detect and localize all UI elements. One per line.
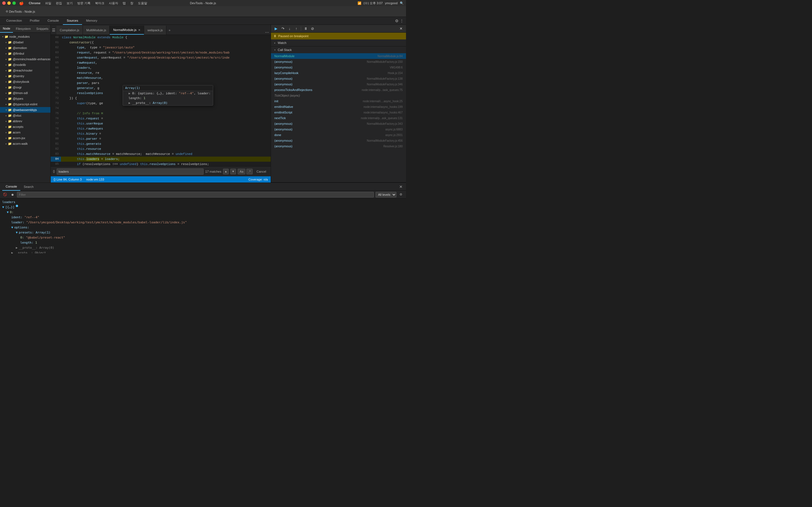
stack-frame-emitinitscript[interactable]: emitInitScript node:internal/async_hooks… bbox=[271, 110, 406, 115]
stack-frame-nexttick[interactable]: nextTick node:internal/p...ask_queues:13… bbox=[271, 115, 406, 121]
expand-arrow[interactable]: ▼ bbox=[2, 205, 4, 210]
menu-bookmarks[interactable]: 북마크 bbox=[93, 1, 106, 5]
search-input[interactable] bbox=[57, 168, 204, 175]
tree-svgr[interactable]: 📁 @svgr bbox=[0, 84, 50, 90]
code-editor[interactable]: 60 class NormalModule extends Module { 6… bbox=[51, 35, 271, 166]
stack-frame-processticks[interactable]: processTicksAndRejections node:internal/… bbox=[271, 87, 406, 93]
tab-compilation-js[interactable]: Compilation.js bbox=[56, 25, 83, 35]
console-filter-input[interactable] bbox=[17, 192, 374, 198]
sidebar-tab-node[interactable]: Node bbox=[0, 25, 13, 33]
tree-sentry[interactable]: 📁 @sentry bbox=[0, 73, 50, 79]
stack-frame-lazycompilehook[interactable]: lazyCompileHook Hook.js:154 bbox=[271, 70, 406, 76]
debug-step-over-btn[interactable]: ↷ bbox=[280, 26, 286, 32]
debug-pause-exceptions-btn[interactable]: ⊘ bbox=[310, 26, 315, 32]
tree-acorn-walk[interactable]: 📁 acorn-walk bbox=[0, 141, 50, 147]
devtools-settings-icon[interactable]: ⚙ bbox=[395, 18, 399, 23]
search-prev-btn[interactable]: ▲ bbox=[223, 169, 229, 174]
tab-webpack-js[interactable]: webpack.js bbox=[144, 25, 166, 35]
search-cancel-btn[interactable]: Cancel bbox=[254, 169, 268, 174]
sidebar-tab-filesystem[interactable]: Filesystem bbox=[13, 25, 34, 33]
menu-help[interactable]: 도움말 bbox=[136, 1, 149, 5]
tab-profiler[interactable]: Profiler bbox=[26, 17, 44, 25]
debug-step-into-btn[interactable]: ↓ bbox=[287, 26, 292, 32]
tree-types[interactable]: 📁 @types bbox=[0, 96, 50, 101]
stack-frame-anonymous-3[interactable]: (anonymous) NormalModuleFactory.js:138 bbox=[271, 76, 406, 81]
tree-acorn-jsx[interactable]: 📁 acorn-jsx bbox=[0, 135, 50, 141]
tree-typescript-eslint[interactable]: 📁 @typescript-eslint bbox=[0, 101, 50, 107]
stack-frame-init[interactable]: init node:internal/i....async_hook:25 bbox=[271, 98, 406, 104]
devtools-more-icon[interactable]: ⋮ bbox=[400, 18, 404, 23]
stack-frame-emitinitnative[interactable]: emitInitNative node:internal/async_hooks… bbox=[271, 104, 406, 110]
menu-history[interactable]: 방문 기록 bbox=[75, 1, 92, 5]
console-toggle-btn[interactable]: ⏺ bbox=[10, 192, 15, 198]
log-level-select[interactable]: All levels bbox=[375, 192, 396, 198]
tree-fimbul[interactable]: 📁 @fimbul bbox=[0, 51, 50, 56]
collapse-arrow[interactable]: ▶ bbox=[16, 245, 18, 250]
tab-close-btn[interactable]: ✕ bbox=[138, 29, 140, 32]
stack-frame-anonymous-7[interactable]: (anonymous) NormalModuleFactory.js:456 bbox=[271, 138, 406, 144]
close-button[interactable] bbox=[2, 1, 6, 5]
stack-frame-anonymous-5[interactable]: (anonymous) NormalModuleFactory.js:343 bbox=[271, 121, 406, 126]
console-settings-btn[interactable]: ⚙ bbox=[398, 192, 404, 198]
tree-mrminc[interactable]: 📁 @mrminc/readdir-enhanced bbox=[0, 56, 50, 62]
tree-babel[interactable]: 📁 @babel bbox=[0, 40, 50, 45]
search-regex-btn[interactable]: .* bbox=[246, 169, 252, 174]
stack-frame-anonymous-6[interactable]: (anonymous) async.js:6883 bbox=[271, 126, 406, 132]
minimize-button[interactable] bbox=[7, 1, 11, 5]
tree-xtuc[interactable]: 📁 @xtuc bbox=[0, 113, 50, 118]
sidebar-tab-snippets[interactable]: Snippets bbox=[34, 25, 51, 33]
menu-view[interactable]: 보기 bbox=[65, 1, 74, 5]
tab-multimodule-js[interactable]: MultiModule.js bbox=[83, 25, 110, 35]
stack-frame-done[interactable]: done async.js:2931 bbox=[271, 132, 406, 138]
tree-storybook[interactable]: 📁 @storybook bbox=[0, 79, 50, 84]
expand-arrow[interactable]: ▼ bbox=[11, 225, 13, 230]
tab-overflow-btn[interactable]: » bbox=[166, 25, 172, 35]
call-stack-list: NormalModule NormalModule.js:84 (anonymo… bbox=[271, 53, 406, 182]
expand-arrow[interactable]: ▼ bbox=[16, 230, 18, 235]
stack-frame-anonymous-2[interactable]: (anonymous) VM1498:6 bbox=[271, 64, 406, 70]
tab-console[interactable]: Console bbox=[44, 17, 63, 25]
expand-arrow[interactable]: ▼ bbox=[7, 210, 9, 215]
debug-deactivate-btn[interactable]: ⏸ bbox=[303, 26, 308, 32]
sidebar-toggle-btn[interactable]: ☰ bbox=[51, 25, 56, 35]
menu-window[interactable]: 창 bbox=[129, 1, 135, 5]
debug-resume-btn[interactable]: ▶ bbox=[273, 26, 279, 32]
fullscreen-button[interactable] bbox=[12, 1, 16, 5]
menu-file[interactable]: 파일 bbox=[43, 1, 53, 5]
bottom-tab-search[interactable]: Search bbox=[20, 183, 37, 191]
stack-frame-normalmodule[interactable]: NormalModule NormalModule.js:84 bbox=[271, 53, 406, 59]
collapse-arrow[interactable]: ▶ bbox=[11, 250, 13, 253]
menu-user[interactable]: 사용자 bbox=[107, 1, 120, 5]
bottom-tab-console[interactable]: Console bbox=[2, 183, 20, 191]
search-icon[interactable]: 🔍 bbox=[400, 1, 404, 5]
tree-accepts[interactable]: 📁 accepts bbox=[0, 124, 50, 129]
tree-acorn[interactable]: 📁 acorn bbox=[0, 129, 50, 135]
stack-frame-anonymous-1[interactable]: (anonymous) NormalModuleFactory.js:150 bbox=[271, 59, 406, 64]
search-next-btn[interactable]: ▼ bbox=[231, 169, 236, 174]
stack-frame-anonymous-4[interactable]: (anonymous) NormalModuleFactory.js:346 bbox=[271, 81, 406, 87]
tab-sources[interactable]: Sources bbox=[63, 17, 82, 25]
menu-edit[interactable]: 편집 bbox=[54, 1, 64, 5]
tab-normalmodule-js[interactable]: NormalModule.js ✕ bbox=[110, 25, 144, 35]
tree-tmon-sdl[interactable]: 📁 @tmon-sdl bbox=[0, 90, 50, 96]
tab-connection[interactable]: Connection bbox=[2, 17, 26, 25]
stack-frame-anonymous-8[interactable]: (anonymous) Resolver.js:180 bbox=[271, 144, 406, 149]
debug-close-btn[interactable]: ✕ bbox=[398, 26, 404, 32]
debug-step-out-btn[interactable]: ↑ bbox=[294, 26, 299, 32]
tree-nodelib[interactable]: 📁 @nodelib bbox=[0, 62, 50, 68]
tree-emotion[interactable]: 📁 @emotion bbox=[0, 45, 50, 51]
watch-header[interactable]: Watch bbox=[271, 40, 406, 46]
tab-memory[interactable]: Memory bbox=[82, 17, 101, 25]
search-case-btn[interactable]: Aa bbox=[238, 169, 245, 174]
bottom-close-btn[interactable]: ✕ bbox=[398, 184, 404, 189]
menu-tab[interactable]: 탭 bbox=[121, 1, 128, 5]
console-clear-btn[interactable]: 🚫 bbox=[2, 192, 8, 198]
app-name[interactable]: Chrome bbox=[27, 1, 42, 5]
chrome-tab-devtools[interactable]: ⚙ DevTools - Node.js bbox=[2, 8, 38, 15]
tree-abbrev[interactable]: 📁 abbrev bbox=[0, 118, 50, 124]
callstack-header[interactable]: Call Stack bbox=[271, 47, 406, 53]
tree-webassemblyjs[interactable]: 📁 @webassemblyjs bbox=[0, 107, 50, 113]
tree-node-modules[interactable]: 📁 node_modules bbox=[0, 34, 50, 40]
tree-reach-router[interactable]: 📁 @reach/router bbox=[0, 68, 50, 73]
editor-more-btn[interactable]: ⋯ bbox=[265, 30, 269, 35]
